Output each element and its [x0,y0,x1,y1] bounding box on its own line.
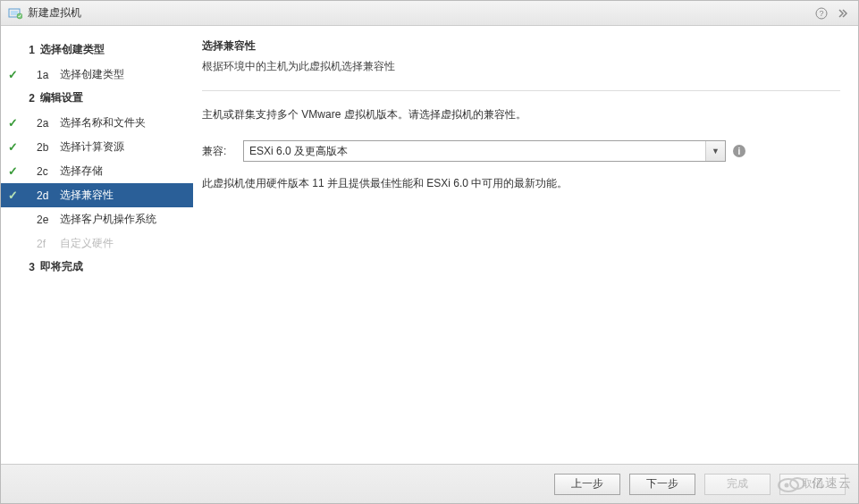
new-vm-dialog: 新建虚拟机 ? 1 选择创建类型 ✓ 1a 选择创建类型 [0,0,859,504]
compatibility-value: ESXi 6.0 及更高版本 [249,144,348,159]
step-id: 2d [37,189,53,202]
step-label: 选择名称和文件夹 [60,115,146,130]
check-icon: ✓ [8,116,18,130]
step-label: 选择创建类型 [60,67,124,82]
finish-button: 完成 [704,474,771,495]
page-subtitle: 根据环境中的主机为此虚拟机选择兼容性 [202,59,840,74]
svg-text:?: ? [819,9,823,18]
check-icon: ✓ [8,164,18,178]
wizard-sidebar: 1 选择创建类型 ✓ 1a 选择创建类型 2 编辑设置 ✓ 2a 选择名称和文件… [1,26,193,464]
compatibility-row: 兼容: ESXi 6.0 及更高版本 ▼ i [202,140,840,162]
sidebar-step-2a[interactable]: ✓ 2a 选择名称和文件夹 [1,111,193,135]
sidebar-step-2c[interactable]: ✓ 2c 选择存储 [1,159,193,183]
section-number: 1 [22,44,35,56]
section-label: 编辑设置 [40,90,83,105]
check-icon: ✓ [8,68,18,81]
next-button[interactable]: 下一步 [629,474,695,495]
compatibility-hint: 此虚拟机使用硬件版本 11 并且提供最佳性能和 ESXi 6.0 中可用的最新功… [202,176,840,191]
sidebar-step-2f: 2f 自定义硬件 [1,231,193,256]
step-id: 2f [37,238,53,250]
help-icon[interactable]: ? [813,5,830,21]
step-id: 2a [37,117,53,130]
sidebar-section-1: 1 选择创建类型 [1,38,193,63]
sidebar-section-2: 2 编辑设置 [1,87,193,111]
step-id: 2c [37,165,53,178]
cancel-button: 取消 [779,474,846,495]
info-icon[interactable]: i [733,145,745,157]
chevron-down-icon: ▼ [705,141,725,161]
sidebar-step-1a[interactable]: ✓ 1a 选择创建类型 [1,63,193,87]
dialog-title: 新建虚拟机 [28,5,808,21]
section-label: 选择创建类型 [40,42,105,57]
section-label: 即将完成 [40,259,83,274]
dialog-content: 1 选择创建类型 ✓ 1a 选择创建类型 2 编辑设置 ✓ 2a 选择名称和文件… [1,26,858,464]
expand-icon[interactable] [835,5,851,21]
section-number: 3 [22,261,35,273]
compatibility-select[interactable]: ESXi 6.0 及更高版本 ▼ [243,140,726,162]
step-id: 2b [37,141,53,154]
sidebar-step-2d[interactable]: ✓ 2d 选择兼容性 [1,183,193,207]
dialog-footer: 上一步 下一步 完成 取消 [1,464,858,503]
back-button[interactable]: 上一步 [554,474,620,495]
sidebar-section-3: 3 即将完成 [1,256,193,280]
step-id: 1a [37,69,53,81]
step-label: 选择存储 [60,164,103,179]
step-label: 选择兼容性 [60,188,114,203]
titlebar: 新建虚拟机 ? [1,1,858,26]
section-number: 2 [22,92,35,105]
main-panel: 选择兼容性 根据环境中的主机为此虚拟机选择兼容性 主机或群集支持多个 VMwar… [193,26,858,464]
page-description: 主机或群集支持多个 VMware 虚拟机版本。请选择虚拟机的兼容性。 [202,107,840,122]
compatibility-label: 兼容: [202,144,236,159]
vm-icon [8,6,22,21]
sidebar-step-2b[interactable]: ✓ 2b 选择计算资源 [1,135,193,159]
page-title: 选择兼容性 [202,38,840,54]
check-icon: ✓ [8,140,18,154]
sidebar-step-2e[interactable]: 2e 选择客户机操作系统 [1,207,193,231]
check-icon: ✓ [8,189,18,202]
divider [202,90,840,91]
step-id: 2e [37,214,53,226]
svg-rect-1 [11,11,18,15]
step-label: 自定义硬件 [60,236,114,251]
step-label: 选择计算资源 [60,139,124,155]
step-label: 选择客户机操作系统 [60,212,156,227]
